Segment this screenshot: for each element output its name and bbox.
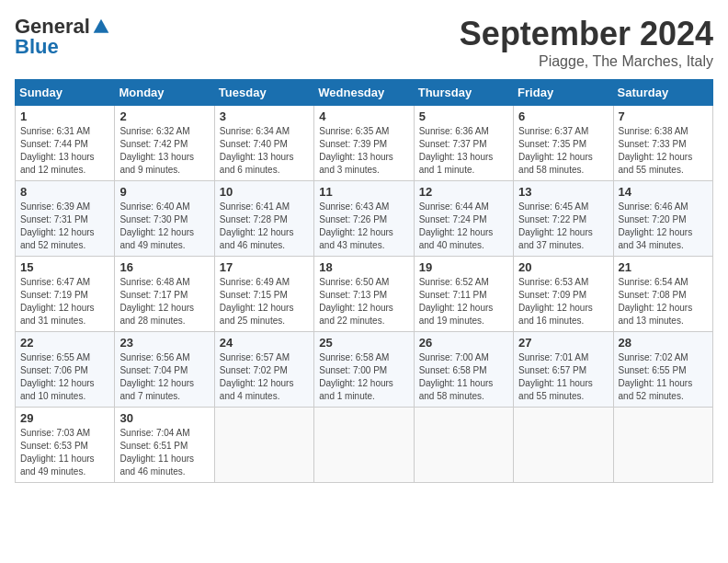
col-monday: Monday (115, 80, 214, 106)
calendar-week-row: 22Sunrise: 6:55 AMSunset: 7:06 PMDayligh… (16, 332, 713, 408)
calendar-week-row: 29Sunrise: 7:03 AMSunset: 6:53 PMDayligh… (16, 408, 713, 483)
title-block: September 2024 Piagge, The Marches, Ital… (460, 15, 713, 70)
day-info: Sunrise: 7:04 AMSunset: 6:51 PMDaylight:… (119, 427, 209, 478)
logo-icon (92, 17, 110, 36)
day-info: Sunrise: 6:57 AMSunset: 7:02 PMDaylight:… (220, 351, 309, 403)
day-number: 11 (319, 185, 408, 199)
day-number: 26 (419, 336, 508, 350)
day-number: 9 (119, 185, 209, 199)
calendar-cell: 4Sunrise: 6:35 AMSunset: 7:39 PMDaylight… (314, 106, 414, 181)
day-number: 13 (518, 185, 608, 199)
day-info: Sunrise: 7:01 AMSunset: 6:57 PMDaylight:… (518, 351, 608, 403)
calendar-cell (314, 408, 414, 483)
calendar-cell: 6Sunrise: 6:37 AMSunset: 7:35 PMDaylight… (514, 106, 613, 181)
logo-blue-text: Blue (15, 35, 59, 59)
calendar-cell: 8Sunrise: 6:39 AMSunset: 7:31 PMDaylight… (16, 181, 115, 257)
day-number: 6 (518, 109, 608, 123)
day-number: 7 (619, 109, 708, 123)
day-info: Sunrise: 6:55 AMSunset: 7:06 PMDaylight:… (20, 351, 109, 403)
day-info: Sunrise: 6:53 AMSunset: 7:09 PMDaylight:… (518, 276, 608, 327)
month-title: September 2024 (460, 15, 713, 53)
calendar-cell: 29Sunrise: 7:03 AMSunset: 6:53 PMDayligh… (16, 408, 115, 483)
day-number: 20 (518, 260, 608, 274)
calendar-week-row: 1Sunrise: 6:31 AMSunset: 7:44 PMDaylight… (16, 106, 713, 181)
calendar-cell (514, 408, 613, 483)
col-sunday: Sunday (16, 80, 115, 106)
col-saturday: Saturday (613, 80, 712, 106)
day-number: 8 (20, 185, 109, 199)
calendar-week-row: 15Sunrise: 6:47 AMSunset: 7:19 PMDayligh… (16, 257, 713, 332)
calendar-cell: 13Sunrise: 6:45 AMSunset: 7:22 PMDayligh… (514, 181, 613, 257)
day-number: 18 (319, 260, 408, 274)
page-header: General Blue September 2024 Piagge, The … (15, 15, 713, 70)
day-info: Sunrise: 7:02 AMSunset: 6:55 PMDaylight:… (619, 351, 708, 403)
day-info: Sunrise: 6:46 AMSunset: 7:20 PMDaylight:… (619, 201, 708, 252)
col-tuesday: Tuesday (214, 80, 313, 106)
day-info: Sunrise: 6:44 AMSunset: 7:24 PMDaylight:… (419, 201, 508, 252)
calendar-cell: 24Sunrise: 6:57 AMSunset: 7:02 PMDayligh… (214, 332, 313, 408)
day-number: 14 (619, 185, 708, 199)
day-number: 29 (20, 411, 109, 425)
day-info: Sunrise: 6:39 AMSunset: 7:31 PMDaylight:… (20, 201, 109, 252)
calendar-cell: 16Sunrise: 6:48 AMSunset: 7:17 PMDayligh… (115, 257, 214, 332)
calendar-cell (214, 408, 313, 483)
calendar-cell: 9Sunrise: 6:40 AMSunset: 7:30 PMDaylight… (115, 181, 214, 257)
calendar-cell: 22Sunrise: 6:55 AMSunset: 7:06 PMDayligh… (16, 332, 115, 408)
col-friday: Friday (514, 80, 613, 106)
calendar-cell (414, 408, 513, 483)
calendar-cell: 1Sunrise: 6:31 AMSunset: 7:44 PMDaylight… (16, 106, 115, 181)
day-info: Sunrise: 6:49 AMSunset: 7:15 PMDaylight:… (220, 276, 309, 327)
calendar-cell: 19Sunrise: 6:52 AMSunset: 7:11 PMDayligh… (414, 257, 513, 332)
day-number: 15 (20, 260, 109, 274)
day-info: Sunrise: 6:35 AMSunset: 7:39 PMDaylight:… (319, 125, 408, 177)
day-info: Sunrise: 7:03 AMSunset: 6:53 PMDaylight:… (20, 427, 109, 478)
calendar-cell: 26Sunrise: 7:00 AMSunset: 6:58 PMDayligh… (414, 332, 513, 408)
day-number: 4 (319, 109, 408, 123)
calendar-cell: 25Sunrise: 6:58 AMSunset: 7:00 PMDayligh… (314, 332, 414, 408)
day-number: 22 (20, 336, 109, 350)
logo: General Blue (15, 15, 110, 59)
day-number: 27 (518, 336, 608, 350)
col-thursday: Thursday (414, 80, 513, 106)
day-info: Sunrise: 6:32 AMSunset: 7:42 PMDaylight:… (119, 125, 209, 177)
day-info: Sunrise: 6:45 AMSunset: 7:22 PMDaylight:… (518, 201, 608, 252)
calendar-cell: 30Sunrise: 7:04 AMSunset: 6:51 PMDayligh… (115, 408, 214, 483)
day-number: 10 (220, 185, 309, 199)
day-number: 19 (419, 260, 508, 274)
day-info: Sunrise: 6:36 AMSunset: 7:37 PMDaylight:… (419, 125, 508, 177)
day-number: 2 (119, 109, 209, 123)
day-number: 23 (119, 336, 209, 350)
calendar-cell: 20Sunrise: 6:53 AMSunset: 7:09 PMDayligh… (514, 257, 613, 332)
day-number: 12 (419, 185, 508, 199)
day-info: Sunrise: 6:43 AMSunset: 7:26 PMDaylight:… (319, 201, 408, 252)
calendar-cell: 28Sunrise: 7:02 AMSunset: 6:55 PMDayligh… (613, 332, 712, 408)
day-number: 3 (220, 109, 309, 123)
calendar-cell: 14Sunrise: 6:46 AMSunset: 7:20 PMDayligh… (613, 181, 712, 257)
calendar-cell: 7Sunrise: 6:38 AMSunset: 7:33 PMDaylight… (613, 106, 712, 181)
calendar-cell (613, 408, 712, 483)
calendar-cell: 18Sunrise: 6:50 AMSunset: 7:13 PMDayligh… (314, 257, 414, 332)
day-number: 24 (220, 336, 309, 350)
calendar-cell: 2Sunrise: 6:32 AMSunset: 7:42 PMDaylight… (115, 106, 214, 181)
calendar-cell: 5Sunrise: 6:36 AMSunset: 7:37 PMDaylight… (414, 106, 513, 181)
day-info: Sunrise: 6:40 AMSunset: 7:30 PMDaylight:… (119, 201, 209, 252)
day-info: Sunrise: 7:00 AMSunset: 6:58 PMDaylight:… (419, 351, 508, 403)
day-info: Sunrise: 6:47 AMSunset: 7:19 PMDaylight:… (20, 276, 109, 327)
calendar-cell: 27Sunrise: 7:01 AMSunset: 6:57 PMDayligh… (514, 332, 613, 408)
location-text: Piagge, The Marches, Italy (460, 53, 713, 70)
day-info: Sunrise: 6:34 AMSunset: 7:40 PMDaylight:… (220, 125, 309, 177)
day-info: Sunrise: 6:38 AMSunset: 7:33 PMDaylight:… (619, 125, 708, 177)
day-info: Sunrise: 6:54 AMSunset: 7:08 PMDaylight:… (619, 276, 708, 327)
calendar-cell: 23Sunrise: 6:56 AMSunset: 7:04 PMDayligh… (115, 332, 214, 408)
day-number: 1 (20, 109, 109, 123)
day-number: 28 (619, 336, 708, 350)
calendar-cell: 21Sunrise: 6:54 AMSunset: 7:08 PMDayligh… (613, 257, 712, 332)
day-number: 16 (119, 260, 209, 274)
day-number: 5 (419, 109, 508, 123)
calendar-week-row: 8Sunrise: 6:39 AMSunset: 7:31 PMDaylight… (16, 181, 713, 257)
calendar-header-row: Sunday Monday Tuesday Wednesday Thursday… (16, 80, 713, 106)
day-number: 25 (319, 336, 408, 350)
calendar-cell: 10Sunrise: 6:41 AMSunset: 7:28 PMDayligh… (214, 181, 313, 257)
day-info: Sunrise: 6:52 AMSunset: 7:11 PMDaylight:… (419, 276, 508, 327)
day-number: 21 (619, 260, 708, 274)
